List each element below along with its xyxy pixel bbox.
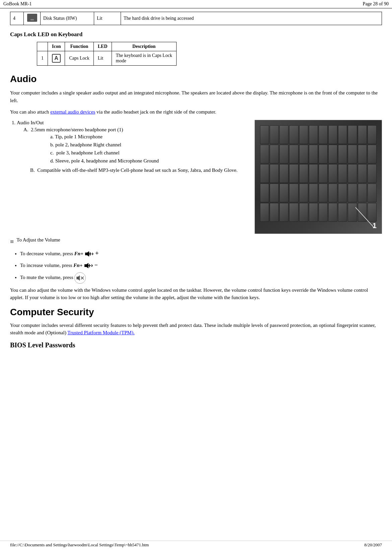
audio-section: Audio Your computer includes a single sp… — [10, 74, 382, 301]
audio-list-item1: Audio In/Out A. 2.5mm microphone/stereo … — [17, 120, 251, 173]
svg-line-4 — [92, 253, 93, 254]
caps-lock-heading: Caps Lock LED on Keyboard — [10, 31, 382, 38]
image-number-label: 1 — [373, 221, 377, 230]
col-header-description: Description — [112, 42, 176, 51]
speaker-minus-icon — [84, 262, 93, 269]
svg-line-9 — [91, 265, 92, 266]
caps-row-number: 1 — [37, 51, 48, 66]
page-title: GoBook MR-1 — [3, 1, 31, 7]
row-number: 4 — [10, 12, 24, 25]
caps-lock-table: Icon Function LED Description 1 A Caps L… — [37, 42, 177, 66]
keyboard-image: // Generate key divs document.currentScr… — [255, 120, 382, 234]
tip-list: a. Tip, pole 1 Microphone b. pole 2, hea… — [50, 133, 251, 165]
note-line: ≡ To Adjust the Volume — [10, 237, 382, 246]
caps-icon-cell: A — [48, 51, 65, 66]
audio-text-block: Audio In/Out A. 2.5mm microphone/stereo … — [10, 120, 251, 234]
disk-led: Lit — [94, 12, 121, 25]
note-icon: ≡ — [10, 238, 14, 246]
svg-marker-6 — [84, 263, 88, 268]
disk-icon-cell — [24, 12, 41, 25]
fn-key-increase: Fn+ — [73, 263, 82, 268]
sub-item-b: B. Compatible with off-the-shelf MP3-sty… — [30, 167, 251, 173]
col-header-empty — [37, 42, 48, 51]
col-header-function: Function — [65, 42, 93, 51]
audio-para1: Your computer includes a single speaker … — [10, 89, 382, 104]
footer-date: 8/20/2007 — [364, 542, 382, 548]
page-content: 4 Disk Status (HW) Lit The hard disk dri… — [0, 8, 392, 358]
audio-heading: Audio — [10, 74, 382, 84]
keyboard-bg: // Generate key divs document.currentScr… — [255, 120, 382, 233]
page-footer: file://C:\Documents and Settings\harwood… — [0, 541, 392, 548]
svg-marker-11 — [77, 275, 80, 280]
tip-c: c. pole 3, headphone Left channel — [50, 149, 251, 157]
col-header-icon: Icon — [48, 42, 65, 51]
volume-decrease: To decrease volume, press Fn+ + — [20, 249, 382, 258]
svg-line-10 — [91, 266, 92, 267]
audio-para3: You can also adjust the volume with the … — [10, 286, 382, 301]
col-header-led: LED — [93, 42, 112, 51]
speaker-plus-icon — [84, 251, 94, 257]
security-para1: Your computer includes several different… — [10, 322, 382, 337]
sub-item-a: A. 2.5mm microphone/stereo headphone por… — [23, 127, 251, 173]
disk-icon — [27, 14, 37, 22]
tip-a: a. Tip, pole 1 Microphone — [50, 133, 251, 141]
svg-line-5 — [92, 254, 93, 255]
caps-function: Caps Lock — [65, 51, 93, 66]
page-info: Page 28 of 90 — [363, 1, 389, 7]
security-heading: Computer Security — [10, 307, 382, 318]
audio-ordered-list: Audio In/Out A. 2.5mm microphone/stereo … — [17, 120, 251, 173]
disk-function: Disk Status (HW) — [41, 12, 94, 25]
security-section: Computer Security Your computer includes… — [10, 307, 382, 349]
volume-mute: To mute the volume, press — [20, 272, 382, 284]
caps-lock-section: Caps Lock LED on Keyboard Icon Function … — [10, 31, 382, 66]
disk-description: The hard disk drive is being accessed — [121, 12, 382, 25]
caps-description: The keyboard is in Caps Lock mode — [112, 51, 176, 66]
tpm-link[interactable]: Trusted Platform Module (TPM). — [67, 330, 134, 335]
audio-layout: Audio In/Out A. 2.5mm microphone/stereo … — [10, 120, 382, 234]
tip-b: b. pole 2, headphone Right channel — [50, 141, 251, 149]
note-text: To Adjust the Volume — [16, 237, 60, 243]
volume-bullet-list: To decrease volume, press Fn+ + To incre… — [20, 249, 382, 284]
disk-status-table: 4 Disk Status (HW) Lit The hard disk dri… — [10, 12, 382, 25]
external-audio-link[interactable]: external audio devices — [50, 109, 95, 115]
caps-lock-row: 1 A Caps Lock Lit The keyboard is in Cap… — [37, 51, 177, 66]
caps-lock-icon: A — [52, 54, 61, 63]
mute-icon — [74, 272, 86, 284]
volume-increase: To increase volume, press Fn+ − — [20, 261, 382, 270]
fn-key-decrease: Fn+ — [74, 251, 83, 256]
table-row: 4 Disk Status (HW) Lit The hard disk dri… — [10, 12, 382, 25]
page-header: GoBook MR-1 Page 28 of 90 — [0, 0, 392, 8]
svg-marker-1 — [85, 251, 89, 257]
caps-led: Lit — [93, 51, 112, 66]
tip-d: d. Sleeve, pole 4, headphone and Microph… — [50, 157, 251, 165]
bios-heading: BIOS Level Passwords — [10, 341, 382, 349]
footer-path: file://C:\Documents and Settings\harwood… — [10, 542, 149, 548]
audio-para2: You can also attach external audio devic… — [10, 108, 382, 116]
